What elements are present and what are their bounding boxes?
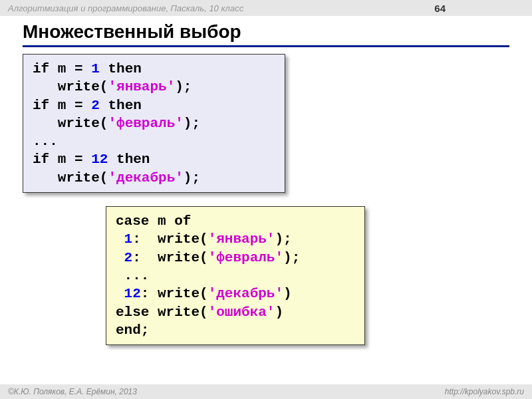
code-token: ) [275, 305, 283, 320]
code-token: 1 [91, 61, 100, 76]
code-line: case m of [116, 212, 355, 230]
code-token: case m of [116, 213, 191, 229]
code-token: : write( [132, 231, 207, 247]
code-line: if m = 1 then [33, 60, 275, 78]
header-bar: Алгоритмизация и программирование, Паска… [0, 0, 532, 16]
code-token: if m = [33, 98, 91, 113]
code-token: if m = [33, 61, 91, 76]
page-number: 64 [434, 3, 446, 14]
code-line: 2: write('февраль'); [116, 249, 355, 267]
code-line: if m = 2 then [33, 96, 275, 114]
code-block-if-chain: if m = 1 then write('январь');if m = 2 t… [23, 54, 285, 193]
code-token: 'февраль' [108, 116, 183, 131]
code-token: write( [33, 116, 108, 131]
code-line: if m = 12 then [33, 150, 275, 168]
code-token [116, 250, 124, 265]
code-line: else write('ошибка') [116, 303, 355, 321]
code-token: : write( [141, 286, 208, 301]
code-line: 1: write('январь'); [116, 230, 355, 248]
code-token: if m = [33, 152, 91, 167]
code-token: ... [116, 268, 149, 283]
code-token: then [108, 152, 150, 167]
code-line: write('февраль'); [33, 114, 275, 132]
code-token: 'декабрь' [208, 286, 283, 301]
code-token: then [100, 61, 142, 76]
footer-authors: ©К.Ю. Поляков, Е.А. Ерёмин, 2013 [8, 387, 137, 396]
code-line: ... [116, 267, 355, 285]
code-token: else write( [116, 305, 208, 320]
code-token: write( [33, 170, 108, 186]
code-line: end; [116, 321, 355, 339]
code-token: 12 [91, 152, 108, 167]
code-line: ... [33, 132, 275, 150]
code-token: 'январь' [208, 231, 275, 247]
footer-bar: ©К.Ю. Поляков, Е.А. Ерёмин, 2013 http://… [0, 384, 532, 399]
footer-url: http://kpolyakov.spb.ru [445, 387, 524, 396]
code-token: ... [33, 134, 58, 149]
copyright-symbol: © [8, 387, 14, 396]
code-token: 12 [124, 286, 141, 301]
code-token: ); [175, 79, 192, 94]
main-content: Множественный выбор if m = 1 then write(… [0, 16, 532, 345]
code-line: write('январь'); [33, 78, 275, 96]
course-title: Алгоритмизация и программирование, Паска… [8, 3, 243, 13]
code-block-case: case m of 1: write('январь'); 2: write('… [106, 206, 365, 345]
code-token: 1 [124, 231, 133, 247]
code-line: 12: write('декабрь') [116, 285, 355, 303]
code-token: write( [33, 79, 108, 94]
code-token: : write( [132, 250, 207, 265]
code-token: ); [184, 170, 200, 186]
code-token [116, 231, 124, 247]
code-token: ); [283, 250, 300, 265]
code-token: 'январь' [108, 79, 175, 94]
code-token [116, 286, 124, 301]
code-line: write('декабрь'); [33, 169, 275, 187]
code-token: ); [184, 116, 200, 131]
code-token: 2 [91, 98, 100, 113]
code-token: then [100, 98, 142, 113]
slide-title: Множественный выбор [23, 21, 509, 47]
code-token: 'декабрь' [108, 170, 183, 186]
code-token: 2 [124, 250, 133, 265]
code-token: ); [275, 231, 291, 247]
code-token: end; [116, 323, 149, 338]
code-token: 'ошибка' [208, 305, 275, 320]
code-token: ) [283, 286, 292, 301]
code-token: 'февраль' [208, 250, 283, 265]
